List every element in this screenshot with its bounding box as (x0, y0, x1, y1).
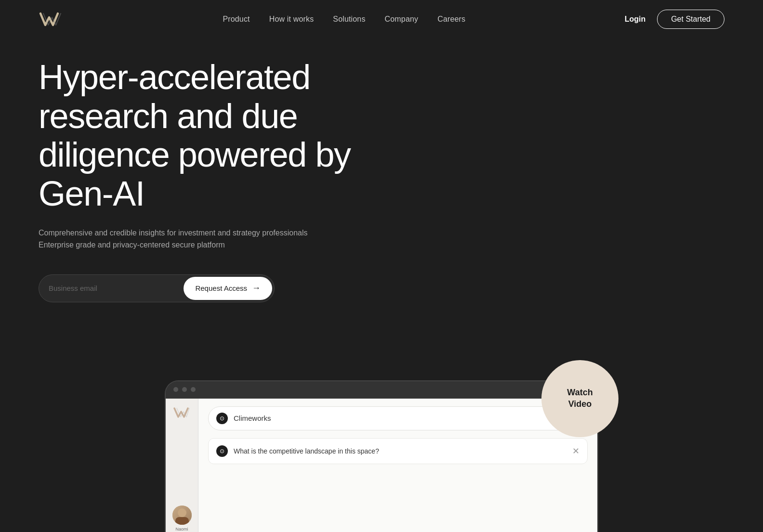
app-search-icon: ⊙ (216, 413, 228, 424)
product-demo-section: WatchVideo (39, 341, 724, 532)
avatar-name-label: Naomi (175, 527, 188, 532)
hero-email-form: Request Access → (39, 274, 275, 302)
device-topbar (166, 381, 597, 399)
device-dot-1 (173, 387, 178, 392)
watch-video-label: WatchVideo (567, 387, 592, 410)
navigation: Product How it works Solutions Company C… (0, 0, 763, 39)
nav-how-it-works[interactable]: How it works (269, 15, 314, 23)
device-dot-2 (182, 387, 187, 392)
request-access-button[interactable]: Request Access → (184, 277, 272, 300)
watch-video-button[interactable]: WatchVideo (541, 360, 618, 437)
app-logo-icon (173, 406, 191, 420)
arrow-right-icon: → (252, 283, 261, 293)
company-name-text: Climeworks (234, 414, 558, 422)
nav-careers[interactable]: Careers (437, 15, 465, 23)
question-search-icon: ⊙ (216, 445, 228, 457)
close-question-button[interactable]: ✕ (572, 446, 579, 456)
app-search-bar[interactable]: ⊙ Climeworks ⬇ (208, 406, 588, 430)
avatar (172, 506, 192, 525)
nav-actions: Login Get Started (625, 10, 724, 29)
search-icon: ⊙ (220, 415, 224, 422)
nav-solutions[interactable]: Solutions (333, 15, 365, 23)
nav-company[interactable]: Company (385, 15, 419, 23)
get-started-button[interactable]: Get Started (657, 10, 724, 29)
device-dot-3 (191, 387, 196, 392)
hero-headline: Hyper-accelerated research and due dilig… (39, 58, 385, 213)
hero-subtext: Comprehensive and credible insights for … (39, 227, 724, 251)
business-email-input[interactable] (49, 284, 184, 292)
app-main-area: ⊙ Climeworks ⬇ ⊙ What is the competitive… (198, 399, 597, 532)
device-mockup: Naomi ⊙ Climeworks ⬇ (165, 380, 598, 532)
hero-subline-2: Enterprise grade and privacy-centered se… (39, 239, 724, 251)
app-content: Naomi ⊙ Climeworks ⬇ (166, 399, 597, 532)
app-sidebar: Naomi (166, 399, 198, 532)
logo[interactable] (39, 10, 64, 29)
hero-section: Hyper-accelerated research and due dilig… (0, 39, 763, 532)
nav-product[interactable]: Product (223, 15, 250, 23)
question-text: What is the competitive landscape in thi… (234, 447, 566, 455)
avatar-person (172, 506, 192, 525)
request-access-label: Request Access (195, 284, 247, 292)
nav-links: Product How it works Solutions Company C… (223, 15, 465, 24)
search-icon-inner: ⊙ (220, 448, 224, 454)
login-link[interactable]: Login (625, 15, 646, 24)
question-card: ⊙ What is the competitive landscape in t… (208, 438, 588, 464)
hero-subline-1: Comprehensive and credible insights for … (39, 227, 724, 239)
